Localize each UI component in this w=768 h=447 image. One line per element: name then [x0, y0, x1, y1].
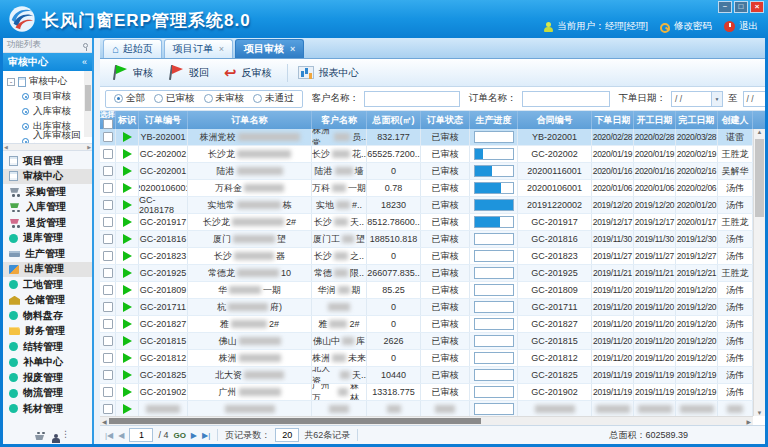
scroll-right-icon[interactable]: ▶: [746, 418, 751, 425]
sidebar-item-审核中心[interactable]: 审核中心: [3, 169, 92, 185]
status-radio-已审核[interactable]: 已审核: [154, 92, 195, 105]
sidebar-item-出库管理[interactable]: 出库管理: [3, 262, 92, 278]
status-radio-未审核[interactable]: 未审核: [204, 92, 245, 105]
page-size-input[interactable]: [275, 428, 299, 442]
horizontal-scroll-thumb[interactable]: [109, 418, 481, 424]
scroll-left-icon[interactable]: ◀: [4, 144, 8, 150]
sidebar-item-工地管理[interactable]: 工地管理: [3, 277, 92, 293]
col-start_date[interactable]: 开工日期: [634, 111, 676, 129]
col-creator[interactable]: 创建人: [718, 111, 753, 129]
vertical-scroll-thumb[interactable]: [755, 139, 764, 217]
tree-root-item[interactable]: - 审核中心: [7, 74, 82, 89]
customer-name-input[interactable]: [364, 91, 460, 107]
order-name-input[interactable]: [522, 91, 610, 107]
sidebar-item-生产管理[interactable]: 生产管理: [3, 246, 92, 262]
close-icon[interactable]: ×: [290, 44, 295, 54]
next-page-button[interactable]: ▶: [191, 431, 197, 440]
row-checkbox[interactable]: [103, 183, 113, 193]
col-order_no[interactable]: 订单编号: [139, 111, 188, 129]
scroll-down-icon[interactable]: ▼: [757, 410, 763, 416]
status-radio-未通过[interactable]: 未通过: [253, 92, 294, 105]
pin-icon[interactable]: [83, 43, 88, 48]
table-row[interactable]: GC-201825北大资北大资天..10440已审核GC-2018252019/…: [100, 367, 753, 384]
table-row[interactable]: GC-201823长沙器长沙之..0已审核GC-2018232019/11/27…: [100, 248, 753, 265]
col-order_date[interactable]: 下单日期: [592, 111, 634, 129]
sidebar-item-结转管理[interactable]: 结转管理: [3, 339, 92, 355]
sidebar-item-采购管理[interactable]: 采购管理: [3, 184, 92, 200]
order-date-to-input[interactable]: / / ▼: [743, 91, 766, 107]
table-row[interactable]: GC-202001陆港陆港墙0已审核202001160012020/01/162…: [100, 163, 753, 180]
sidebar-item-财务管理[interactable]: 财务管理: [3, 324, 92, 340]
go-button[interactable]: GO: [173, 431, 185, 440]
tree-horizontal-scrollbar[interactable]: ◀ ▶: [3, 144, 92, 151]
close-button[interactable]: ×: [750, 1, 764, 13]
calendar-dropdown-icon[interactable]: ▼: [711, 92, 722, 106]
tab-起始页[interactable]: ⌂ 起始页: [103, 39, 162, 58]
scroll-right-icon[interactable]: ▶: [87, 144, 91, 150]
table-row[interactable]: GC-201925常德龙10常德限..266077.835..已审核GC-201…: [100, 265, 753, 282]
col-order_name[interactable]: 订单名称: [188, 111, 312, 129]
tree-vertical-scrollbar[interactable]: [84, 71, 92, 137]
order-date-from-input[interactable]: / / ▼: [671, 91, 723, 107]
row-checkbox[interactable]: [103, 234, 113, 244]
sidebar-item-仓储管理[interactable]: 仓储管理: [3, 293, 92, 309]
row-checkbox[interactable]: [103, 149, 113, 159]
maximize-button[interactable]: □: [734, 1, 748, 13]
row-checkbox[interactable]: [103, 200, 113, 210]
toolbar-button-审核[interactable]: 审核: [108, 62, 162, 83]
tree-expand-icon[interactable]: -: [7, 78, 15, 86]
col-finish_date[interactable]: 完工日期: [676, 111, 718, 129]
first-page-button[interactable]: |◀: [105, 431, 113, 440]
page-number-input[interactable]: [129, 428, 153, 442]
sidebar-item-报废管理[interactable]: 报废管理: [3, 370, 92, 386]
vertical-scrollbar[interactable]: ▲ ▼: [753, 129, 765, 416]
row-checkbox[interactable]: [103, 353, 113, 363]
row-checkbox[interactable]: [103, 285, 113, 295]
toolbar-button-报表中心[interactable]: 报表中心: [294, 63, 368, 83]
sidebar-quick-button[interactable]: ⋮: [61, 429, 70, 439]
sidebar-item-物流管理[interactable]: 物流管理: [3, 386, 92, 402]
table-row[interactable]: GC-201816厦门望厦门工望188510.818已审核GC-20181620…: [100, 231, 753, 248]
sidebar-item-退货管理[interactable]: 退货管理: [3, 215, 92, 231]
tab-项目订单[interactable]: 项目订单 ×: [164, 39, 233, 58]
close-icon[interactable]: ×: [219, 44, 224, 54]
row-checkbox[interactable]: [103, 302, 113, 312]
sidebar-item-物料盘存[interactable]: 物料盘存: [3, 308, 92, 324]
table-row[interactable]: GC-201812株洲株洲未来0已审核GC-2018122019/11/2020…: [100, 350, 753, 367]
table-row[interactable]: 20200106001万科金万科一期0.78已审核202001060012020…: [100, 180, 753, 197]
tab-项目审核[interactable]: 项目审核 ×: [235, 39, 304, 58]
row-checkbox[interactable]: [103, 404, 113, 414]
sidebar-item-项目管理[interactable]: 项目管理: [3, 153, 92, 169]
table-row[interactable]: [100, 401, 753, 416]
col-flag[interactable]: 标识: [116, 111, 139, 129]
col-progress[interactable]: 生产进度: [470, 111, 518, 129]
table-row[interactable]: GC-201711杭府)0已审核GC-2017112019/11/202019/…: [100, 299, 753, 316]
table-row[interactable]: GC-201815佛山佛山中库2626已审核GC-2018152019/11/2…: [100, 333, 753, 350]
row-checkbox[interactable]: [103, 166, 113, 176]
status-radio-全部[interactable]: 全部: [114, 92, 145, 105]
sidebar-item-补单中心[interactable]: 补单中心: [3, 355, 92, 371]
table-row[interactable]: GC-2018178实地常栋实地#..18230已审核2019122000220…: [100, 197, 753, 214]
table-row[interactable]: YB-202001株洲党校株洲党员..832.177已审核YB-20200120…: [100, 129, 753, 146]
toolbar-button-反审核[interactable]: ↩反审核: [220, 62, 281, 83]
logout-button[interactable]: 退出: [724, 20, 758, 33]
scroll-up-icon[interactable]: ▲: [757, 129, 763, 135]
scroll-left-icon[interactable]: ◀: [102, 418, 107, 425]
table-row[interactable]: GC-201902广州广州万森林13318.775已审核GC-201902201…: [100, 384, 753, 401]
select-all-checkbox[interactable]: [103, 119, 113, 129]
row-checkbox[interactable]: [103, 387, 113, 397]
row-checkbox[interactable]: [103, 319, 113, 329]
tree-item[interactable]: 入库审核: [7, 104, 82, 119]
sidebar-item-退库管理[interactable]: 退库管理: [3, 231, 92, 247]
horizontal-scrollbar[interactable]: ◀ ▶: [100, 416, 753, 425]
row-checkbox[interactable]: [103, 251, 113, 261]
table-row[interactable]: GC-201827雅2#雅2#0已审核GC-2018272019/11/2020…: [100, 316, 753, 333]
last-page-button[interactable]: ▶|: [202, 431, 210, 440]
change-password-button[interactable]: 修改密码: [660, 20, 712, 33]
prev-page-button[interactable]: ◀: [118, 431, 124, 440]
col-area[interactable]: 总面积(㎡): [367, 111, 421, 129]
sidebar-item-入库管理[interactable]: 入库管理: [3, 200, 92, 216]
col-contract[interactable]: 合同编号: [518, 111, 592, 129]
row-checkbox[interactable]: [103, 268, 113, 278]
row-checkbox[interactable]: [103, 370, 113, 380]
